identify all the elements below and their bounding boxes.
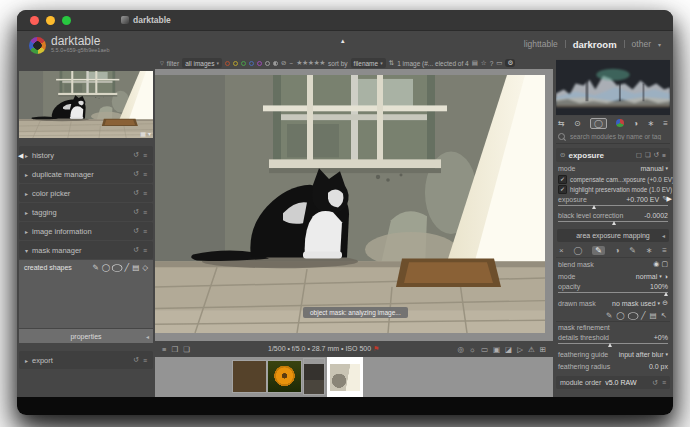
filmstrip-toggle-icon[interactable]: ≡ (162, 345, 166, 354)
zoom-window-button[interactable] (62, 16, 71, 25)
star-rating-filter[interactable]: ★★★★★ (296, 59, 325, 67)
properties-button[interactable]: properties ◂ (19, 329, 153, 343)
guides-overlay-icon[interactable]: ⊞ (540, 345, 546, 354)
navigation-thumbnail[interactable]: ▦ ▾ (19, 71, 153, 138)
sort-dropdown[interactable]: filename ▾ (351, 58, 386, 68)
top-panel-collapse-icon[interactable]: ▴ (341, 37, 345, 44)
multi-instance-icon[interactable]: ❏ (645, 151, 651, 159)
parametric-mask-icon[interactable]: ◑ (615, 246, 620, 255)
black-level-slider[interactable]: black level correction -0.0002 (556, 210, 670, 226)
reset-icon[interactable]: ↺ (133, 227, 139, 235)
active-modules-tab-icon[interactable]: ⇆ (558, 119, 565, 128)
presets-icon[interactable]: ≡ (143, 247, 147, 254)
view-lighttable[interactable]: lighttable (524, 39, 558, 49)
view-more-icon[interactable]: ▾ (658, 41, 661, 48)
reset-icon[interactable]: ↺ (133, 208, 139, 216)
module-mask-manager[interactable]: ▾ mask manager ↺ ≡ (19, 241, 153, 259)
drawn-mask-dropdown[interactable]: no mask used ▾ ⊖ (612, 299, 668, 307)
highlight-checkbox[interactable]: ✓ (558, 185, 567, 194)
reset-icon[interactable]: ↺ (133, 151, 139, 159)
snapshot-compare-icon[interactable]: ❏ (183, 345, 190, 354)
feathering-radius-row[interactable]: feathering radius 0.0 px (556, 360, 670, 372)
softproof-icon[interactable]: ▷ (517, 345, 523, 354)
gradient-tool-icon[interactable]: ▤ (650, 311, 657, 320)
presets-icon[interactable]: ≡ (662, 379, 666, 386)
presets-icon[interactable]: ≡ (143, 228, 147, 235)
shortcuts-icon[interactable]: ▭ (496, 59, 502, 67)
edit-shapes-icon[interactable]: ↖ (661, 311, 667, 320)
brush-tool-icon[interactable]: ✎ (606, 311, 612, 320)
circle-tool-icon[interactable]: ◯ (616, 311, 624, 320)
blend-off-icon[interactable]: × (559, 246, 564, 255)
reset-icon[interactable]: ↺ (133, 170, 139, 178)
view-darkroom[interactable]: darkroom (573, 39, 617, 50)
color-label-gray[interactable] (265, 61, 270, 66)
ellipse-tool-icon[interactable]: ◯ (627, 311, 639, 320)
compensate-checkbox[interactable]: ✓ (558, 175, 567, 184)
reject-filter-icon[interactable]: ⊘ (281, 59, 286, 67)
tone-group-tab-icon[interactable]: ◯ (590, 118, 607, 129)
histogram-waveform[interactable] (556, 59, 670, 116)
group-presets-icon[interactable]: ≡ (663, 119, 668, 128)
blend-mode-dropdown[interactable]: normal ▾ ◑ (636, 273, 668, 280)
nav-zoom-icon[interactable]: ▾ (148, 130, 151, 137)
module-image-information[interactable]: ▸ image information ↺ ≡ (19, 222, 153, 240)
presets-icon[interactable]: ≡ (662, 152, 666, 159)
color-label-purple[interactable] (257, 61, 262, 66)
group-shape-icon[interactable]: ◇ (142, 263, 148, 272)
mask-polarity-icon[interactable]: ⊖ (662, 299, 668, 307)
color-label-blue[interactable] (249, 61, 254, 66)
exposure-module-header[interactable]: ⊙ exposure ▢ ❏ ↺ ≡ (556, 148, 670, 162)
filter-icon[interactable]: ▽ (160, 60, 164, 66)
drawn-mask-icon[interactable]: ✎ (592, 246, 605, 255)
star-icon[interactable]: ☆ (481, 59, 487, 67)
base-group-tab-icon[interactable]: ⊙ (574, 119, 581, 128)
path-tool-icon[interactable]: ╱ (641, 311, 646, 320)
filmstrip-thumbnail-3[interactable] (303, 358, 325, 395)
copy-history-icon[interactable]: ▤ (472, 59, 478, 67)
brush-shape-icon[interactable]: ✎ (93, 263, 99, 272)
preferences-gear-icon[interactable]: ⚙ (505, 59, 515, 67)
ellipse-shape-icon[interactable]: ◯ (112, 263, 124, 272)
module-export[interactable]: ▸ export ↺ ≡ (19, 351, 153, 369)
minimize-window-button[interactable] (46, 16, 55, 25)
filmstrip-thumbnail-1[interactable] (232, 360, 267, 393)
details-threshold-slider[interactable]: details threshold +0% (556, 333, 670, 348)
presets-icon[interactable]: ≡ (143, 190, 147, 197)
opacity-slider[interactable]: opacity 100% (556, 282, 670, 297)
presets-icon[interactable]: ≡ (143, 357, 147, 364)
color-group-tab-icon[interactable] (616, 119, 624, 127)
color-label-any[interactable] (273, 61, 278, 66)
presets-icon[interactable]: ≡ (143, 209, 147, 216)
module-search-input[interactable] (568, 132, 668, 141)
view-other[interactable]: other (632, 39, 651, 49)
mode-dropdown[interactable]: manual ▾ (641, 165, 668, 172)
blend-presets-icon[interactable]: ≡ (662, 246, 667, 255)
reset-icon[interactable]: ↺ (133, 189, 139, 197)
reset-icon[interactable]: ↺ (654, 151, 659, 159)
module-tagging[interactable]: ▸ tagging ↺ ≡ (19, 203, 153, 221)
nav-display-icon[interactable]: ▦ (140, 130, 146, 137)
reset-icon[interactable]: ↺ (652, 379, 658, 387)
filter-dropdown[interactable]: all images ▾ (182, 58, 222, 68)
left-panel-collapse-icon[interactable]: ◀ (18, 152, 23, 159)
suppress-mask-icon[interactable]: ▢ (661, 260, 668, 268)
darkroom-canvas[interactable]: object mask: analyzing image... (155, 69, 553, 341)
gradient-shape-icon[interactable]: ▤ (132, 263, 139, 272)
raster-mask-icon[interactable]: ∗ (646, 246, 653, 255)
overexposure-warning-icon[interactable]: ⚠ (528, 345, 535, 354)
module-history[interactable]: ▸ history ↺ ≡ (19, 146, 153, 164)
reset-icon[interactable]: ↺ (133, 356, 139, 364)
color-assessment-icon[interactable]: ▭ (481, 345, 488, 354)
area-exposure-mapping-button[interactable]: area exposure mapping ◂ (557, 229, 669, 242)
presets-icon[interactable]: ≡ (143, 171, 147, 178)
module-color-picker[interactable]: ▸ color picker ↺ ≡ (19, 184, 153, 202)
exposure-slider[interactable]: exposure +0.700 EV ✎ (556, 194, 670, 210)
blend-order-icon[interactable]: ◑ (664, 273, 668, 280)
color-label-yellow[interactable] (233, 61, 238, 66)
path-shape-icon[interactable]: ╱ (125, 263, 130, 272)
blend-uniform-icon[interactable]: ◯ (573, 246, 582, 255)
color-label-green[interactable] (241, 61, 246, 66)
filmstrip-thumbnail-2[interactable] (267, 360, 302, 393)
correct-group-tab-icon[interactable]: ◑ (633, 119, 638, 128)
